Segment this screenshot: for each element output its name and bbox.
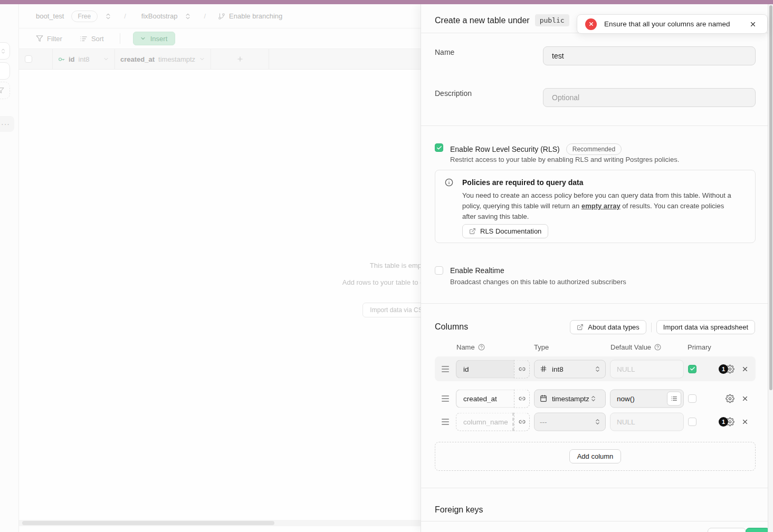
rls-documentation-button[interactable]: RLS Documentation [462, 224, 548, 238]
sidebar-more-button[interactable]: ··· [0, 116, 14, 132]
insert-button[interactable]: Insert [133, 32, 176, 45]
table-name-input[interactable] [543, 46, 756, 65]
empty-array-link[interactable]: empty array [581, 202, 621, 210]
column-type-select[interactable]: --- [534, 412, 606, 431]
column-header-id[interactable]: id int8 [53, 49, 115, 69]
policies-info-box: Policies are required to query data You … [435, 170, 756, 243]
breadcrumb-project[interactable]: boot_test [36, 12, 64, 20]
primary-checkbox[interactable] [688, 418, 696, 426]
link-column-button[interactable] [514, 389, 530, 408]
chevron-down-icon [140, 35, 146, 42]
default-value-field[interactable]: now() [610, 389, 684, 408]
column-name-input[interactable] [456, 412, 514, 431]
toast-close-button[interactable] [749, 21, 757, 28]
external-link-icon [469, 228, 476, 235]
chevrons-up-down-icon [594, 365, 601, 372]
table-description-input[interactable] [543, 88, 756, 107]
type-value: --- [540, 418, 547, 425]
help-circle-icon[interactable] [478, 344, 485, 351]
add-column-dropzone: Add column [435, 442, 756, 471]
column-type-select[interactable]: timestamptz [534, 389, 606, 408]
drag-handle-icon[interactable] [442, 364, 449, 374]
default-value-input [610, 360, 684, 378]
sort-icon [80, 35, 88, 43]
column-row-created-at: timestamptz now() [435, 388, 756, 409]
x-icon [741, 418, 749, 425]
column-type: int8 [79, 55, 90, 63]
link-column-button[interactable] [514, 360, 530, 378]
select-all-checkbox[interactable] [25, 55, 32, 63]
plus-icon [236, 55, 244, 63]
realtime-label[interactable]: Enable Realtime [450, 266, 504, 275]
check-icon [436, 145, 442, 151]
add-column-header-button[interactable] [211, 49, 269, 69]
remove-column-button[interactable] [741, 418, 749, 425]
vertical-scrollbar-thumb[interactable] [769, 5, 772, 390]
schema-badge: public [535, 14, 569, 26]
chevron-down-icon[interactable] [103, 56, 109, 62]
realtime-checkbox[interactable] [435, 266, 443, 275]
foreign-keys-heading: Foreign keys [435, 505, 483, 515]
gear-icon[interactable] [726, 394, 734, 403]
default-value-text: now() [610, 394, 635, 402]
chevrons-up-down-icon[interactable] [184, 13, 192, 20]
remove-column-button[interactable] [741, 365, 749, 373]
column-name-input[interactable] [456, 389, 514, 408]
about-data-types-button[interactable]: About data types [570, 320, 646, 334]
sidebar-filter-button[interactable] [0, 82, 10, 99]
list-icon [671, 395, 677, 402]
drag-handle-icon[interactable] [442, 417, 449, 427]
horizontal-scrollbar[interactable] [19, 520, 421, 526]
column-name: id [69, 55, 75, 63]
error-toast: Ensure that all your columns are named [577, 14, 768, 34]
git-branch-icon [218, 13, 225, 20]
primary-checkbox[interactable] [688, 394, 696, 403]
remove-column-button[interactable] [741, 395, 749, 402]
sort-label: Sort [91, 35, 104, 43]
columns-heading: Columns [435, 322, 468, 332]
type-value: int8 [552, 365, 564, 373]
filter-button[interactable]: Filter [36, 35, 62, 43]
help-circle-icon[interactable] [654, 344, 661, 351]
cancel-button[interactable]: Cancel [708, 528, 746, 532]
column-header-created-at[interactable]: created_at timestamptz [115, 49, 211, 69]
plan-badge: Free [71, 11, 98, 22]
external-link-icon [577, 324, 584, 331]
grid-header-row: id int8 created_at timestamptz [19, 49, 421, 70]
import-spreadsheet-button[interactable]: Import data via spreadsheet [656, 320, 755, 334]
horizontal-scrollbar-thumb[interactable] [22, 521, 274, 525]
column-name-input[interactable] [456, 360, 514, 378]
select-all-cell [19, 49, 53, 69]
realtime-subtext: Broadcast changes on this table to autho… [450, 278, 626, 286]
rls-subtext: Restrict access to your table by enablin… [450, 156, 679, 163]
enable-branching-button[interactable]: Enable branching [229, 12, 282, 20]
sidebar-search-box[interactable] [0, 62, 10, 80]
close-icon [749, 21, 757, 28]
drag-handle-icon[interactable] [442, 394, 449, 403]
save-button[interactable]: Save [746, 528, 770, 532]
divider [421, 488, 773, 488]
default-value-options-button[interactable] [667, 391, 681, 405]
rls-label[interactable]: Enable Row Level Security (RLS) [450, 145, 560, 153]
breadcrumb-separator: / [204, 12, 206, 20]
insert-label: Insert [150, 35, 168, 43]
vertical-scrollbar[interactable] [768, 4, 773, 532]
chevrons-up-down-icon [594, 418, 601, 425]
toast-message: Ensure that all your columns are named [604, 20, 730, 28]
breadcrumb-branch[interactable]: fixBootstrap [141, 12, 178, 20]
sort-button[interactable]: Sort [80, 35, 104, 43]
add-column-button[interactable]: Add column [569, 449, 622, 463]
link-column-button[interactable] [514, 412, 530, 431]
chevrons-up-down-icon[interactable] [104, 13, 112, 20]
settings-count-badge: 1 [719, 417, 728, 427]
rls-checkbox[interactable] [435, 143, 443, 152]
header-name: Name [456, 343, 475, 351]
column-type-select[interactable]: int8 [534, 360, 606, 378]
primary-checkbox[interactable] [688, 365, 696, 373]
chevron-down-icon[interactable] [199, 56, 205, 62]
actions-divider [651, 323, 652, 332]
policies-info-title: Policies are required to query data [462, 178, 584, 187]
check-icon [690, 366, 695, 372]
column-name: created_at [120, 55, 155, 63]
sidebar-schema-select[interactable] [0, 42, 10, 60]
